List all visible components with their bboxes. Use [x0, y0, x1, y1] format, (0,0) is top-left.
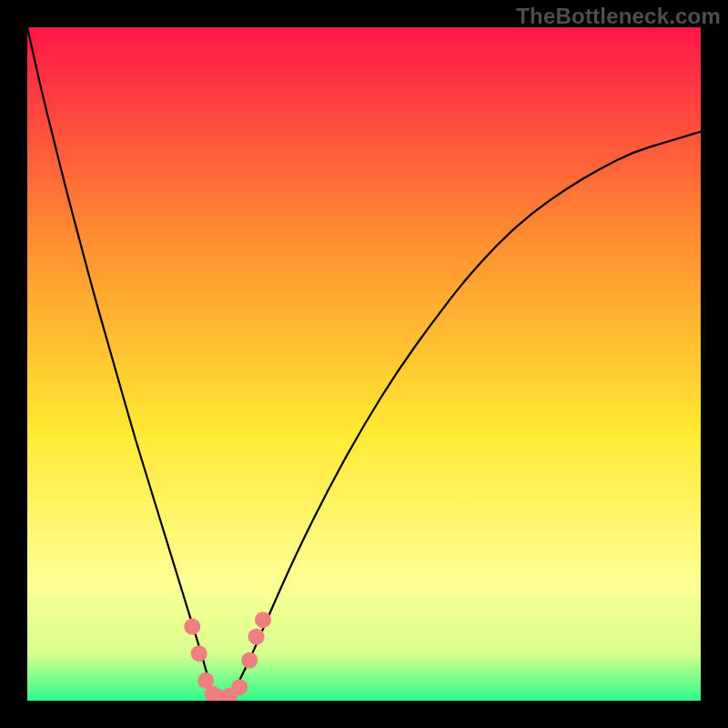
- watermark-text: TheBottleneck.com: [516, 4, 721, 29]
- marker-point: [184, 619, 200, 635]
- bottleneck-chart: [27, 27, 701, 701]
- marker-point: [191, 645, 207, 662]
- marker-point: [255, 612, 271, 628]
- outer-frame: TheBottleneck.com: [0, 0, 728, 728]
- marker-point: [231, 679, 248, 695]
- marker-point: [248, 629, 265, 645]
- gradient-background: [27, 27, 701, 701]
- plot-area: [27, 27, 701, 701]
- marker-point: [241, 652, 258, 669]
